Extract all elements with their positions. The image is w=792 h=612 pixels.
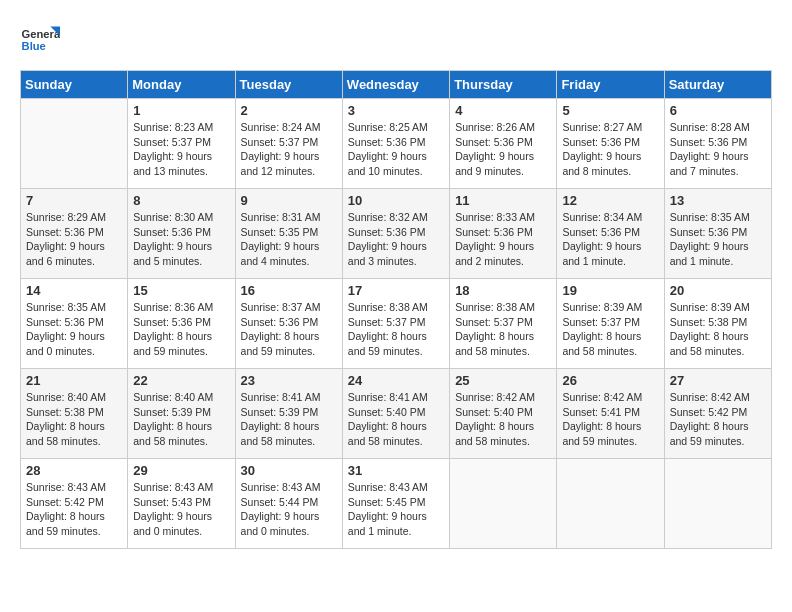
- calendar-header-row: Sunday Monday Tuesday Wednesday Thursday…: [21, 71, 772, 99]
- day-info: Sunrise: 8:27 AMSunset: 5:36 PMDaylight:…: [562, 120, 658, 179]
- calendar-week-row: 1Sunrise: 8:23 AMSunset: 5:37 PMDaylight…: [21, 99, 772, 189]
- day-info: Sunrise: 8:38 AMSunset: 5:37 PMDaylight:…: [455, 300, 551, 359]
- header-monday: Monday: [128, 71, 235, 99]
- day-info: Sunrise: 8:24 AMSunset: 5:37 PMDaylight:…: [241, 120, 337, 179]
- day-number: 8: [133, 193, 229, 208]
- day-info: Sunrise: 8:43 AMSunset: 5:43 PMDaylight:…: [133, 480, 229, 539]
- calendar-cell: 6Sunrise: 8:28 AMSunset: 5:36 PMDaylight…: [664, 99, 771, 189]
- calendar-cell: [450, 459, 557, 549]
- day-info: Sunrise: 8:43 AMSunset: 5:44 PMDaylight:…: [241, 480, 337, 539]
- day-info: Sunrise: 8:42 AMSunset: 5:42 PMDaylight:…: [670, 390, 766, 449]
- svg-text:Blue: Blue: [22, 40, 46, 52]
- day-info: Sunrise: 8:39 AMSunset: 5:37 PMDaylight:…: [562, 300, 658, 359]
- day-info: Sunrise: 8:36 AMSunset: 5:36 PMDaylight:…: [133, 300, 229, 359]
- calendar-week-row: 21Sunrise: 8:40 AMSunset: 5:38 PMDayligh…: [21, 369, 772, 459]
- calendar-cell: 22Sunrise: 8:40 AMSunset: 5:39 PMDayligh…: [128, 369, 235, 459]
- day-info: Sunrise: 8:38 AMSunset: 5:37 PMDaylight:…: [348, 300, 444, 359]
- day-info: Sunrise: 8:43 AMSunset: 5:42 PMDaylight:…: [26, 480, 122, 539]
- calendar-cell: 10Sunrise: 8:32 AMSunset: 5:36 PMDayligh…: [342, 189, 449, 279]
- day-number: 1: [133, 103, 229, 118]
- calendar-cell: 28Sunrise: 8:43 AMSunset: 5:42 PMDayligh…: [21, 459, 128, 549]
- day-number: 30: [241, 463, 337, 478]
- calendar-body: 1Sunrise: 8:23 AMSunset: 5:37 PMDaylight…: [21, 99, 772, 549]
- day-number: 29: [133, 463, 229, 478]
- day-number: 7: [26, 193, 122, 208]
- header-sunday: Sunday: [21, 71, 128, 99]
- calendar-cell: 7Sunrise: 8:29 AMSunset: 5:36 PMDaylight…: [21, 189, 128, 279]
- calendar-cell: 23Sunrise: 8:41 AMSunset: 5:39 PMDayligh…: [235, 369, 342, 459]
- day-info: Sunrise: 8:39 AMSunset: 5:38 PMDaylight:…: [670, 300, 766, 359]
- calendar-cell: 25Sunrise: 8:42 AMSunset: 5:40 PMDayligh…: [450, 369, 557, 459]
- calendar-cell: 4Sunrise: 8:26 AMSunset: 5:36 PMDaylight…: [450, 99, 557, 189]
- calendar-cell: 13Sunrise: 8:35 AMSunset: 5:36 PMDayligh…: [664, 189, 771, 279]
- calendar-cell: 1Sunrise: 8:23 AMSunset: 5:37 PMDaylight…: [128, 99, 235, 189]
- calendar-cell: 2Sunrise: 8:24 AMSunset: 5:37 PMDaylight…: [235, 99, 342, 189]
- day-number: 14: [26, 283, 122, 298]
- day-info: Sunrise: 8:35 AMSunset: 5:36 PMDaylight:…: [26, 300, 122, 359]
- logo: General Blue: [20, 20, 60, 60]
- day-number: 20: [670, 283, 766, 298]
- calendar-cell: 8Sunrise: 8:30 AMSunset: 5:36 PMDaylight…: [128, 189, 235, 279]
- day-info: Sunrise: 8:41 AMSunset: 5:40 PMDaylight:…: [348, 390, 444, 449]
- calendar-week-row: 14Sunrise: 8:35 AMSunset: 5:36 PMDayligh…: [21, 279, 772, 369]
- day-number: 22: [133, 373, 229, 388]
- day-number: 6: [670, 103, 766, 118]
- day-number: 28: [26, 463, 122, 478]
- day-info: Sunrise: 8:34 AMSunset: 5:36 PMDaylight:…: [562, 210, 658, 269]
- calendar-week-row: 7Sunrise: 8:29 AMSunset: 5:36 PMDaylight…: [21, 189, 772, 279]
- day-info: Sunrise: 8:35 AMSunset: 5:36 PMDaylight:…: [670, 210, 766, 269]
- day-number: 9: [241, 193, 337, 208]
- calendar-cell: 21Sunrise: 8:40 AMSunset: 5:38 PMDayligh…: [21, 369, 128, 459]
- calendar-cell: [21, 99, 128, 189]
- calendar-cell: 19Sunrise: 8:39 AMSunset: 5:37 PMDayligh…: [557, 279, 664, 369]
- calendar-cell: 9Sunrise: 8:31 AMSunset: 5:35 PMDaylight…: [235, 189, 342, 279]
- calendar-week-row: 28Sunrise: 8:43 AMSunset: 5:42 PMDayligh…: [21, 459, 772, 549]
- day-info: Sunrise: 8:37 AMSunset: 5:36 PMDaylight:…: [241, 300, 337, 359]
- day-number: 16: [241, 283, 337, 298]
- calendar-cell: 20Sunrise: 8:39 AMSunset: 5:38 PMDayligh…: [664, 279, 771, 369]
- day-info: Sunrise: 8:41 AMSunset: 5:39 PMDaylight:…: [241, 390, 337, 449]
- day-info: Sunrise: 8:42 AMSunset: 5:41 PMDaylight:…: [562, 390, 658, 449]
- calendar-cell: 26Sunrise: 8:42 AMSunset: 5:41 PMDayligh…: [557, 369, 664, 459]
- header-tuesday: Tuesday: [235, 71, 342, 99]
- day-number: 13: [670, 193, 766, 208]
- calendar-cell: 29Sunrise: 8:43 AMSunset: 5:43 PMDayligh…: [128, 459, 235, 549]
- calendar-cell: 18Sunrise: 8:38 AMSunset: 5:37 PMDayligh…: [450, 279, 557, 369]
- day-number: 4: [455, 103, 551, 118]
- day-number: 24: [348, 373, 444, 388]
- calendar-cell: 12Sunrise: 8:34 AMSunset: 5:36 PMDayligh…: [557, 189, 664, 279]
- header-thursday: Thursday: [450, 71, 557, 99]
- calendar-cell: 17Sunrise: 8:38 AMSunset: 5:37 PMDayligh…: [342, 279, 449, 369]
- day-number: 3: [348, 103, 444, 118]
- day-info: Sunrise: 8:31 AMSunset: 5:35 PMDaylight:…: [241, 210, 337, 269]
- calendar-cell: 27Sunrise: 8:42 AMSunset: 5:42 PMDayligh…: [664, 369, 771, 459]
- day-info: Sunrise: 8:23 AMSunset: 5:37 PMDaylight:…: [133, 120, 229, 179]
- calendar-cell: 16Sunrise: 8:37 AMSunset: 5:36 PMDayligh…: [235, 279, 342, 369]
- page-header: General Blue: [20, 20, 772, 60]
- day-number: 21: [26, 373, 122, 388]
- day-info: Sunrise: 8:28 AMSunset: 5:36 PMDaylight:…: [670, 120, 766, 179]
- calendar-cell: 3Sunrise: 8:25 AMSunset: 5:36 PMDaylight…: [342, 99, 449, 189]
- calendar-cell: [557, 459, 664, 549]
- day-number: 12: [562, 193, 658, 208]
- day-info: Sunrise: 8:30 AMSunset: 5:36 PMDaylight:…: [133, 210, 229, 269]
- day-number: 25: [455, 373, 551, 388]
- calendar-cell: 14Sunrise: 8:35 AMSunset: 5:36 PMDayligh…: [21, 279, 128, 369]
- day-number: 10: [348, 193, 444, 208]
- day-number: 31: [348, 463, 444, 478]
- day-number: 23: [241, 373, 337, 388]
- day-info: Sunrise: 8:29 AMSunset: 5:36 PMDaylight:…: [26, 210, 122, 269]
- day-info: Sunrise: 8:42 AMSunset: 5:40 PMDaylight:…: [455, 390, 551, 449]
- calendar-cell: 5Sunrise: 8:27 AMSunset: 5:36 PMDaylight…: [557, 99, 664, 189]
- day-info: Sunrise: 8:32 AMSunset: 5:36 PMDaylight:…: [348, 210, 444, 269]
- calendar-cell: 11Sunrise: 8:33 AMSunset: 5:36 PMDayligh…: [450, 189, 557, 279]
- header-saturday: Saturday: [664, 71, 771, 99]
- day-info: Sunrise: 8:40 AMSunset: 5:38 PMDaylight:…: [26, 390, 122, 449]
- calendar-table: Sunday Monday Tuesday Wednesday Thursday…: [20, 70, 772, 549]
- calendar-cell: [664, 459, 771, 549]
- day-info: Sunrise: 8:33 AMSunset: 5:36 PMDaylight:…: [455, 210, 551, 269]
- day-number: 2: [241, 103, 337, 118]
- day-number: 5: [562, 103, 658, 118]
- day-info: Sunrise: 8:40 AMSunset: 5:39 PMDaylight:…: [133, 390, 229, 449]
- calendar-cell: 30Sunrise: 8:43 AMSunset: 5:44 PMDayligh…: [235, 459, 342, 549]
